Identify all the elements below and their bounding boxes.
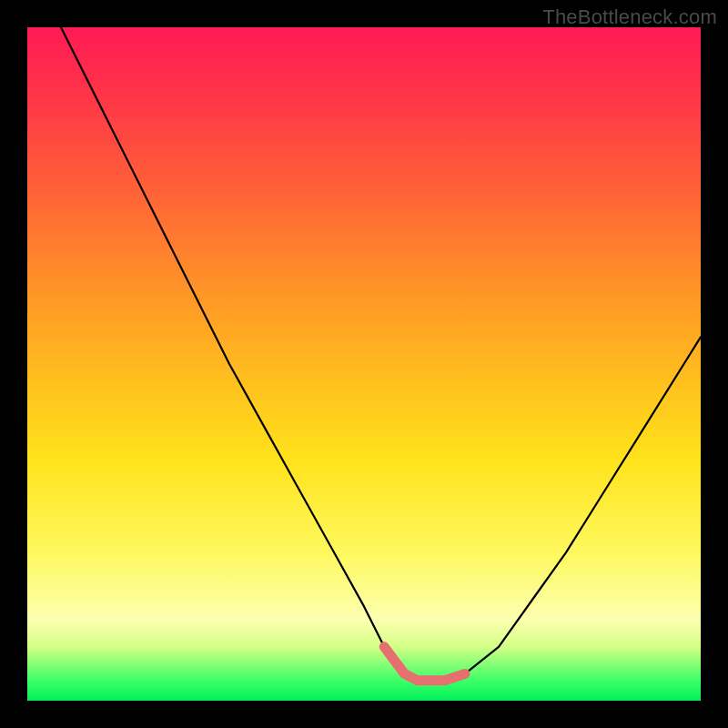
chart-frame: TheBottleneck.com	[0, 0, 728, 728]
trough-highlight	[384, 647, 465, 681]
bottleneck-curve-svg	[27, 27, 701, 701]
chart-plot-area	[27, 27, 701, 701]
watermark-text: TheBottleneck.com	[542, 5, 717, 29]
bottleneck-curve	[61, 27, 701, 681]
